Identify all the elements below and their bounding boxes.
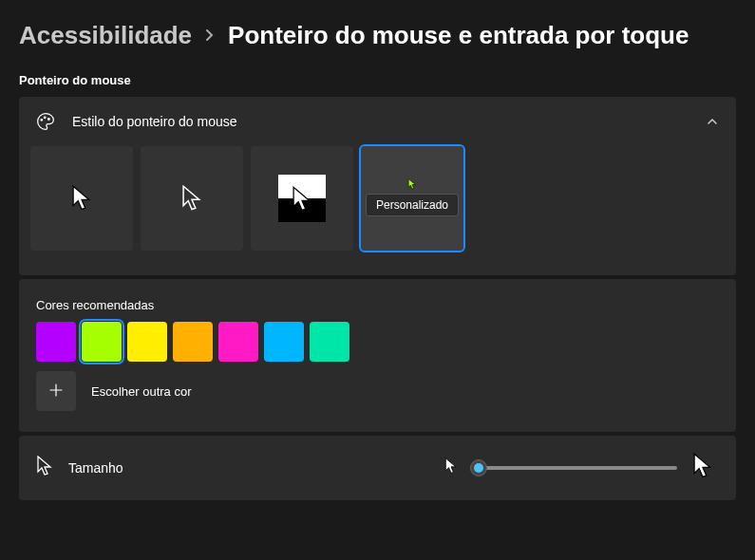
svg-point-1 — [44, 117, 46, 119]
pointer-size-card: Tamanho — [19, 436, 736, 500]
pointer-style-white[interactable] — [30, 146, 133, 251]
pointer-style-card: Estilo do ponteiro do mouse — [19, 97, 736, 275]
cursor-black-icon — [181, 185, 202, 212]
pointer-style-label: Estilo do ponteiro do mouse — [72, 114, 689, 129]
cursor-large-icon — [692, 453, 713, 483]
cursor-icon — [36, 456, 53, 480]
chevron-right-icon — [205, 25, 215, 47]
breadcrumb-parent[interactable]: Acessibilidade — [19, 21, 192, 50]
pointer-size-label: Tamanho — [68, 460, 429, 476]
color-swatch[interactable] — [310, 322, 349, 362]
svg-point-0 — [41, 120, 43, 121]
slider-thumb[interactable] — [470, 459, 487, 476]
cursor-white-icon — [71, 185, 92, 212]
pointer-style-black[interactable] — [141, 146, 243, 251]
pointer-size-slider[interactable] — [473, 466, 677, 470]
palette-icon — [36, 112, 55, 131]
cursor-small-icon — [444, 457, 458, 478]
color-swatch[interactable] — [82, 322, 122, 362]
color-swatch[interactable] — [218, 322, 258, 362]
choose-color-row: Escolher outra cor — [36, 371, 719, 411]
cursor-inverted-icon — [292, 186, 312, 213]
color-swatch[interactable] — [264, 322, 304, 362]
recommended-colors-label: Cores recomendadas — [36, 298, 719, 312]
inverted-preview — [278, 175, 326, 222]
pointer-style-options: Personalizado — [19, 146, 736, 275]
plus-icon — [49, 382, 63, 401]
section-header: Ponteiro do mouse — [19, 73, 736, 87]
breadcrumb: Acessibilidade Ponteiro do mouse e entra… — [19, 21, 736, 50]
svg-point-2 — [48, 119, 50, 121]
color-swatch-row — [36, 322, 719, 362]
choose-color-button[interactable] — [36, 371, 76, 411]
recommended-colors-card: Cores recomendadas Escolher outra cor — [19, 279, 736, 432]
pointer-style-custom[interactable]: Personalizado — [361, 146, 463, 251]
tooltip-custom: Personalizado — [366, 194, 459, 216]
color-swatch[interactable] — [127, 322, 167, 362]
cursor-custom-icon — [407, 178, 417, 190]
pointer-style-header[interactable]: Estilo do ponteiro do mouse — [19, 97, 736, 146]
page-title: Ponteiro do mouse e entrada por toque — [228, 21, 689, 50]
pointer-style-inverted[interactable] — [251, 146, 353, 251]
color-swatch[interactable] — [173, 322, 213, 362]
chevron-up-icon — [706, 115, 719, 128]
choose-color-label: Escolher outra cor — [91, 384, 192, 399]
color-swatch[interactable] — [36, 322, 76, 362]
